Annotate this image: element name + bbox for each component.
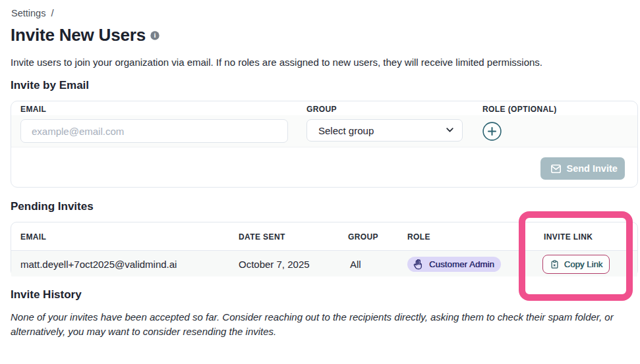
svg-text:i: i xyxy=(154,32,156,39)
